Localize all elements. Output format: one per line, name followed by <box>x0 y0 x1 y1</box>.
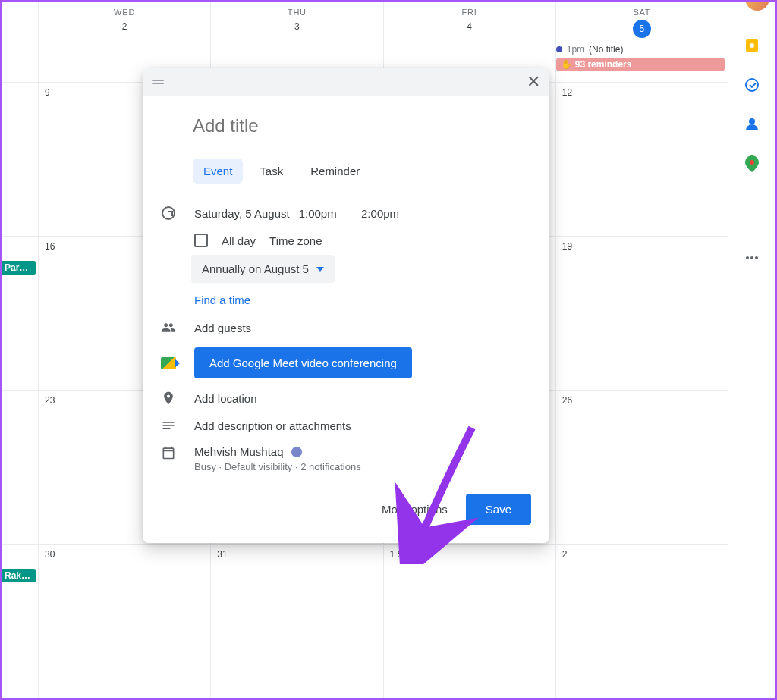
day-number: 2 <box>39 21 210 32</box>
svg-point-0 <box>750 160 754 165</box>
reminders-chip[interactable]: ✋ 93 reminders <box>556 58 725 71</box>
create-event-dialog: ✕ Event Task Reminder Saturday, 5 August… <box>143 68 549 543</box>
add-meet-button[interactable]: Add Google Meet video conferencing <box>194 347 412 378</box>
calendar-icon <box>156 445 181 460</box>
calendar-owner-name: Mehvish Mushtaq <box>194 445 284 458</box>
day-name: FRI <box>384 8 555 17</box>
event-time: 1pm <box>567 44 584 55</box>
contacts-icon[interactable] <box>744 117 760 132</box>
reminders-label: 93 reminders <box>575 59 632 70</box>
event-chip[interactable]: 1pm (No title) <box>553 42 728 56</box>
cell-date: 19 <box>561 241 726 252</box>
save-button[interactable]: Save <box>466 494 531 525</box>
day-name: THU <box>211 8 382 17</box>
day-number-today: 5 <box>633 20 651 38</box>
allday-row: All day Time zone <box>156 226 536 255</box>
gutter-cell: Raksha Bandhan (Rakhi) <box>2 545 38 698</box>
day-cell[interactable]: 1 Sept <box>383 545 555 698</box>
location-row[interactable]: Add location <box>156 385 536 412</box>
gutter-cell <box>2 2 38 82</box>
tasks-icon[interactable] <box>744 77 760 93</box>
dialog-body: Event Task Reminder Saturday, 5 August 1… <box>143 96 549 472</box>
day-cell[interactable]: 26 <box>555 391 728 544</box>
event-date[interactable]: Saturday, 5 August <box>194 207 290 220</box>
find-a-time-link[interactable]: Find a time <box>194 293 536 306</box>
gutter-cell: Parsi New Year <box>2 237 38 390</box>
recurrence-label: Annually on August 5 <box>202 262 309 275</box>
day-cell[interactable]: 12 <box>555 83 728 236</box>
location-icon <box>156 391 181 406</box>
description-row[interactable]: Add description or attachments <box>156 412 536 439</box>
add-description-placeholder: Add description or attachments <box>194 419 536 432</box>
holiday-chip[interactable]: Parsi New Year <box>0 261 36 275</box>
cell-date: 26 <box>561 395 726 406</box>
day-cell[interactable]: 31 <box>210 545 382 698</box>
add-guests-placeholder: Add guests <box>194 322 536 334</box>
holiday-chip[interactable]: Raksha Bandhan (Rakhi) <box>0 569 36 582</box>
meet-row: Add Google Meet video conferencing <box>156 341 536 385</box>
add-location-placeholder: Add location <box>194 392 536 405</box>
day-cell[interactable]: 30 <box>38 545 210 698</box>
gutter-cell <box>2 83 38 236</box>
day-cell[interactable]: 19 <box>555 237 728 390</box>
more-addons-icon[interactable] <box>744 250 760 265</box>
side-panel <box>728 2 775 698</box>
cell-date: 12 <box>561 87 726 98</box>
people-icon <box>156 320 181 335</box>
drag-handle-icon[interactable] <box>152 80 164 84</box>
timezone-link[interactable]: Time zone <box>269 234 322 247</box>
dialog-footer: More options Save <box>143 472 549 543</box>
dialog-header: ✕ <box>143 68 549 96</box>
end-time[interactable]: 2:00pm <box>361 207 399 220</box>
calendar-owner-sub: Busy · Default visibility · 2 notificati… <box>194 461 536 472</box>
keep-icon[interactable] <box>744 38 760 53</box>
clock-icon <box>156 206 181 220</box>
chevron-down-icon <box>316 267 324 272</box>
day-name: WED <box>39 8 210 17</box>
event-title: (No title) <box>589 44 623 55</box>
allday-label: All day <box>222 234 256 247</box>
allday-checkbox[interactable] <box>194 234 208 247</box>
guests-row[interactable]: Add guests <box>156 314 536 341</box>
more-options-button[interactable]: More options <box>382 503 448 516</box>
tab-reminder[interactable]: Reminder <box>300 159 370 184</box>
close-icon[interactable]: ✕ <box>527 74 540 90</box>
event-type-tabs: Event Task Reminder <box>156 143 536 200</box>
event-title-input[interactable] <box>156 112 536 143</box>
google-meet-icon <box>156 357 181 369</box>
cell-date: 30 <box>43 549 209 560</box>
day-header-sat[interactable]: SAT 5 1pm (No title) ✋ 93 reminders <box>555 2 728 82</box>
time-dash: – <box>346 207 352 220</box>
calendar-owner-row[interactable]: Mehvish Mushtaq Busy · Default visibilit… <box>156 439 536 472</box>
cell-date: 1 Sept <box>388 549 554 560</box>
calendar-color-dot <box>291 447 302 457</box>
datetime-row: Saturday, 5 August 1:00pm – 2:00pm <box>156 200 536 226</box>
gutter-cell <box>2 391 38 544</box>
tab-event[interactable]: Event <box>193 159 243 184</box>
start-time[interactable]: 1:00pm <box>299 207 337 220</box>
description-icon <box>156 418 181 433</box>
cell-date: 2 <box>561 549 726 560</box>
day-cell[interactable]: 2 <box>555 545 728 698</box>
day-number: 4 <box>384 21 555 32</box>
day-number: 3 <box>211 21 382 32</box>
recurrence-select[interactable]: Annually on August 5 <box>191 255 335 283</box>
tab-task[interactable]: Task <box>249 159 294 184</box>
maps-icon[interactable] <box>744 156 760 171</box>
day-name: SAT <box>556 8 728 17</box>
event-dot-icon <box>556 46 562 52</box>
cell-date: 31 <box>215 549 381 560</box>
week-row: Raksha Bandhan (Rakhi) 30 31 1 Sept 2 <box>2 545 728 698</box>
